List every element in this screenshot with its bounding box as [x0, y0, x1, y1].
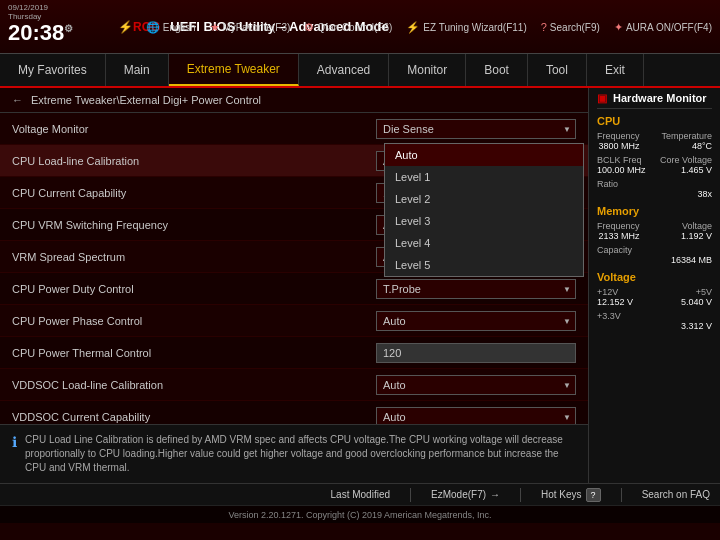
main-area: ← Extreme Tweaker\External Digi+ Power C… [0, 88, 720, 483]
nav-advanced[interactable]: Advanced [299, 54, 389, 86]
hw-monitor-title-text: Hardware Monitor [613, 92, 707, 104]
cpu-power-duty-select[interactable]: T.Probe Extreme [376, 279, 576, 299]
hw-cpu-freq-temp: Frequency 3800 MHz Temperature 48°C [597, 131, 712, 151]
dropdown-option-level4[interactable]: Level 4 [385, 232, 583, 254]
dropdown-option-level3[interactable]: Level 3 [385, 210, 583, 232]
vrm-spread-label: VRM Spread Spectrum [12, 251, 376, 263]
hw-monitor-title: ▣ Hardware Monitor [597, 92, 712, 109]
vddsoc-current-cap-label: VDDSOC Current Capability [12, 411, 376, 423]
hw-mem-volt-block: Voltage 1.192 V [681, 221, 712, 241]
cpu-power-phase-label: CPU Power Phase Control [12, 315, 376, 327]
qfan-button[interactable]: ⚙ Qfan Control(F6) [304, 20, 392, 33]
dropdown-option-level5[interactable]: Level 5 [385, 254, 583, 276]
voltage-monitor-label: Voltage Monitor [12, 123, 376, 135]
footer-search-faq[interactable]: Search on FAQ [642, 489, 710, 500]
hw-12v-block: +12V 12.152 V [597, 287, 633, 307]
hw-12v-value: 12.152 V [597, 297, 633, 307]
nav-extreme-tweaker[interactable]: Extreme Tweaker [169, 54, 299, 86]
search-button[interactable]: ? Search(F9) [541, 21, 600, 33]
footer-divider1 [410, 488, 411, 502]
hw-3v3-value: 3.312 V [597, 321, 712, 331]
nav-boot[interactable]: Boot [466, 54, 528, 86]
hw-cpu-bclk-core: BCLK Freq 100.00 MHz Core Voltage 1.465 … [597, 155, 712, 175]
voltage-monitor-select[interactable]: Die Sense Pin Sense [376, 119, 576, 139]
hw-cpu-freq-temp-row: Frequency 3800 MHz Temperature 48°C [597, 131, 712, 151]
hw-ratio-row: Ratio 38x [597, 179, 712, 199]
nav-my-favorites[interactable]: My Favorites [0, 54, 106, 86]
nav-monitor[interactable]: Monitor [389, 54, 466, 86]
hw-cpu-bclk-core-row: BCLK Freq 100.00 MHz Core Voltage 1.465 … [597, 155, 712, 175]
vddsoc-current-cap-wrapper: Auto [376, 407, 576, 425]
nav-main[interactable]: Main [106, 54, 169, 86]
hw-mem-freq-volt: Frequency 2133 MHz Voltage 1.192 V [597, 221, 712, 241]
cpu-load-line-dropdown: Auto Level 1 Level 2 Level 3 Level 4 Lev… [384, 143, 584, 277]
back-arrow-icon[interactable]: ← [12, 94, 23, 106]
dropdown-option-level1[interactable]: Level 1 [385, 166, 583, 188]
eztuning-button[interactable]: ⚡ EZ Tuning Wizard(F11) [406, 20, 526, 33]
vddsoc-current-cap-select[interactable]: Auto [376, 407, 576, 425]
hw-ratio-value: 38x [597, 189, 712, 199]
hw-capacity-label: Capacity [597, 245, 712, 255]
aura-button[interactable]: ✦ AURA ON/OFF(F4) [614, 20, 712, 33]
search-faq-label: Search on FAQ [642, 489, 710, 500]
hw-bclk-value: 100.00 MHz [597, 165, 646, 175]
time-text: 20:38 [8, 20, 64, 45]
hotkeys-label: Hot Keys [541, 489, 582, 500]
question-icon: ? [541, 21, 547, 33]
hw-cpu-temp-block: Temperature 48°C [661, 131, 712, 151]
cpu-power-thermal-input-wrapper [376, 343, 576, 363]
hw-cpu-freq-label: Frequency [597, 131, 640, 141]
footer-last-modified[interactable]: Last Modified [331, 489, 390, 500]
monitor-icon: ▣ [597, 92, 607, 104]
star-icon: ★ [210, 20, 220, 33]
vddsoc-load-line-wrapper: Auto [376, 375, 576, 395]
vddsoc-load-line-select[interactable]: Auto [376, 375, 576, 395]
hw-12v-5v-row: +12V 12.152 V +5V 5.040 V [597, 287, 712, 307]
cpu-power-phase-select[interactable]: Auto [376, 311, 576, 331]
date-display: 09/12/2019 Thursday [8, 3, 48, 21]
wizard-icon: ⚡ [406, 20, 420, 33]
hw-mem-freq-value: 2133 MHz [597, 231, 640, 241]
vddsoc-load-line-label: VDDSOC Load-line Calibration [12, 379, 376, 391]
hw-cpu-temp-label: Temperature [661, 131, 712, 141]
hotkeys-key: ? [586, 488, 601, 502]
hw-5v-value: 5.040 V [681, 297, 712, 307]
hw-memory-section-title: Memory [597, 205, 712, 217]
footer-divider3 [621, 488, 622, 502]
gear-icon[interactable]: ⚙ [64, 23, 73, 34]
hw-mem-volt-label: Voltage [681, 221, 712, 231]
hw-cpu-freq-block: Frequency 3800 MHz [597, 131, 640, 151]
info-text: CPU Load Line Calibration is defined by … [25, 433, 576, 475]
footer-ezmode[interactable]: EzMode(F7) → [431, 489, 500, 500]
nav-exit[interactable]: Exit [587, 54, 644, 86]
time-display: 20:38⚙ [8, 22, 73, 44]
dropdown-option-auto[interactable]: Auto [385, 144, 583, 166]
header-icons: 🌐 English ★ MyFavorite(F3) ⚙ Qfan Contro… [146, 20, 712, 33]
footer-hotkeys[interactable]: Hot Keys ? [541, 488, 601, 502]
hw-core-voltage-block: Core Voltage 1.465 V [660, 155, 712, 175]
nav-tool[interactable]: Tool [528, 54, 587, 86]
hw-3v3-label: +3.3V [597, 311, 712, 321]
ezmode-label: EzMode(F7) [431, 489, 486, 500]
last-modified-label: Last Modified [331, 489, 390, 500]
cpu-vrm-freq-label: CPU VRM Switching Frequency [12, 219, 376, 231]
setting-vddsoc-current-cap: VDDSOC Current Capability Auto [0, 401, 588, 424]
hw-voltage-section-title: Voltage [597, 271, 712, 283]
language-label: English [163, 21, 196, 32]
dropdown-option-level2[interactable]: Level 2 [385, 188, 583, 210]
language-button[interactable]: 🌐 English [146, 20, 196, 33]
fan-icon: ⚙ [304, 20, 314, 33]
version-text: Version 2.20.1271. Copyright (C) 2019 Am… [228, 510, 491, 520]
date-text: 09/12/2019 [8, 3, 48, 12]
hw-5v-block: +5V 5.040 V [681, 287, 712, 307]
aura-icon: ✦ [614, 20, 623, 33]
eztuning-label: EZ Tuning Wizard(F11) [423, 21, 526, 32]
myfavorite-button[interactable]: ★ MyFavorite(F3) [210, 20, 291, 33]
info-icon: ℹ [12, 434, 17, 450]
cpu-current-cap-label: CPU Current Capability [12, 187, 376, 199]
myfavorite-label: MyFavorite(F3) [223, 21, 291, 32]
setting-cpu-power-phase: CPU Power Phase Control Auto [0, 305, 588, 337]
hardware-monitor-panel: ▣ Hardware Monitor CPU Frequency 3800 MH… [588, 88, 720, 483]
cpu-power-thermal-input[interactable] [376, 343, 576, 363]
hw-12v-5v: +12V 12.152 V +5V 5.040 V [597, 287, 712, 307]
